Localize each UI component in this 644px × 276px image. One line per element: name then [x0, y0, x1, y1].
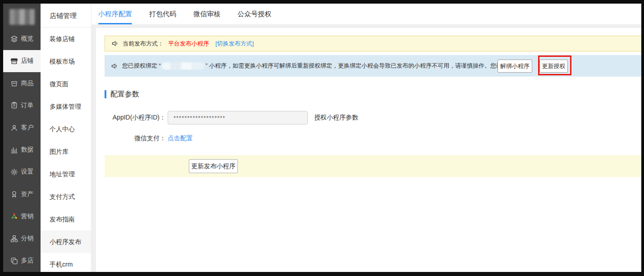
sidebar-item-overview[interactable]: 概览 — [3, 28, 41, 50]
sidebar-item-label: 营销 — [21, 212, 34, 221]
miniprogram-name-redacted — [162, 62, 205, 70]
publish-action-bar: 更新发布小程序 — [105, 155, 641, 177]
asset-medal-icon — [10, 190, 18, 198]
sidebar-item-label: 客户 — [21, 124, 34, 132]
sidebar-item-label: 资产 — [21, 190, 34, 198]
customer-icon — [10, 124, 18, 132]
sidebar-item-data[interactable]: 数据 — [3, 139, 41, 161]
sidebar-item-customers[interactable]: 客户 — [3, 116, 41, 138]
tab-official-account-auth[interactable]: 公众号授权 — [238, 4, 271, 24]
tab-bar: 小程序配置 打包代码 微信审核 公众号授权 — [91, 4, 641, 24]
submenu-title: 店铺管理 — [41, 4, 91, 28]
bind-notice: 您已授权绑定 “” 小程序，如需更换小程序可解绑后重新授权绑定，更换绑定小程会导… — [105, 55, 641, 77]
appid-label: AppID(小程序ID)： — [105, 114, 166, 122]
gear-icon — [10, 168, 18, 176]
wechat-pay-config-link[interactable]: 点击配置 — [168, 134, 193, 143]
sidebar-item-shop[interactable]: 店铺 — [3, 50, 41, 72]
main-content: 小程序配置 打包代码 微信审核 公众号授权 当前发布方式： 平台发布小程序 [切… — [91, 4, 641, 272]
update-auth-button[interactable]: 更新授权 — [539, 60, 568, 73]
tab-miniprogram-config[interactable]: 小程序配置 — [98, 4, 132, 24]
appid-hint: 授权小程序参数 — [314, 114, 358, 122]
sidebar-item-label: 订单 — [21, 101, 34, 110]
tab-wechat-review[interactable]: 微信审核 — [193, 4, 220, 24]
appid-row: AppID(小程序ID)： 授权小程序参数 — [105, 111, 641, 124]
submenu-item-address-management[interactable]: 地址管理 — [41, 163, 91, 185]
appid-input[interactable] — [168, 111, 308, 124]
chart-icon — [10, 146, 18, 154]
announcement-icon — [111, 62, 119, 70]
unbind-miniprogram-button[interactable]: 解绑小程序 — [498, 60, 532, 73]
sidebar-item-label: 设置 — [21, 168, 34, 176]
sidebar-item-multistore[interactable]: 多店 — [3, 250, 41, 272]
order-icon — [10, 101, 18, 109]
submenu-item-publish-guide[interactable]: 发布指南 — [41, 208, 91, 230]
sidebar-item-label: 数据 — [21, 146, 34, 154]
sidebar-item-label: 商品 — [21, 79, 34, 87]
submenu-item-personal-center[interactable]: 个人中心 — [41, 118, 91, 140]
submenu-item-mobile-crm[interactable]: 手机crm — [41, 253, 91, 272]
bind-text-before: 您已授权绑定 “ — [122, 62, 161, 69]
submenu-item-miniprogram-publish[interactable]: 小程序发布 — [41, 230, 91, 253]
publish-mode-prefix: 当前发布方式： — [123, 40, 164, 48]
multistore-icon — [10, 257, 18, 265]
sidebar-item-goods[interactable]: 商品 — [3, 72, 41, 94]
submenu-item-micro-page[interactable]: 微页面 — [41, 73, 91, 95]
sidebar-item-settings[interactable]: 设置 — [3, 161, 41, 183]
tab-package-code[interactable]: 打包代码 — [149, 4, 176, 24]
submenu-item-template-market[interactable]: 模板市场 — [41, 50, 91, 73]
submenu-sidebar: 店铺管理 装修店铺 模板市场 微页面 多媒体管理 个人中心 图片库 地址管理 支… — [41, 4, 91, 272]
section-title-config-params: 配置参数 — [105, 90, 641, 98]
shop-icon — [10, 57, 18, 65]
sidebar-item-label: 分销 — [21, 235, 34, 243]
update-publish-miniprogram-button[interactable]: 更新发布小程序 — [189, 159, 238, 173]
app-window: 概览 店铺 商品 订单 客户 数据 设置 资产 — [3, 4, 641, 272]
sidebar-item-orders[interactable]: 订单 — [3, 94, 41, 116]
submenu-item-image-library[interactable]: 图片库 — [41, 140, 91, 163]
sidebar-item-assets[interactable]: 资产 — [3, 183, 41, 205]
marketing-icon — [10, 212, 18, 220]
sitemap-icon — [10, 235, 18, 243]
logo-redacted — [9, 9, 35, 25]
switch-publish-mode-link[interactable]: [切换发布方式] — [215, 40, 254, 48]
nav-rail: 概览 店铺 商品 订单 客户 数据 设置 资产 — [3, 4, 41, 272]
sidebar-item-label: 店铺 — [21, 57, 34, 65]
layers-icon — [10, 35, 18, 43]
sidebar-item-label: 多店 — [21, 257, 34, 265]
sidebar-item-distribution[interactable]: 分销 — [3, 228, 41, 250]
content-panel: 当前发布方式： 平台发布小程序 [切换发布方式] 您已授权绑定 “” 小程序，如… — [96, 28, 641, 272]
submenu-item-decorate-shop[interactable]: 装修店铺 — [41, 28, 91, 50]
sidebar-item-label: 概览 — [21, 35, 34, 43]
publish-mode-notice: 当前发布方式： 平台发布小程序 [切换发布方式] — [105, 36, 641, 51]
publish-mode-value: 平台发布小程序 — [168, 40, 209, 48]
bag-icon — [10, 79, 18, 87]
announcement-icon — [111, 40, 119, 47]
wechat-pay-row: 微信支付： 点击配置 — [105, 134, 641, 143]
sidebar-item-marketing[interactable]: 营销 — [3, 205, 41, 227]
bind-text-after: ” 小程序，如需更换小程序可解绑后重新授权绑定，更换绑定小程会导致已发布的小程序… — [206, 62, 525, 69]
submenu-item-multimedia[interactable]: 多媒体管理 — [41, 95, 91, 118]
submenu-item-payment-methods[interactable]: 支付方式 — [41, 185, 91, 208]
wechat-pay-label: 微信支付： — [105, 134, 166, 143]
